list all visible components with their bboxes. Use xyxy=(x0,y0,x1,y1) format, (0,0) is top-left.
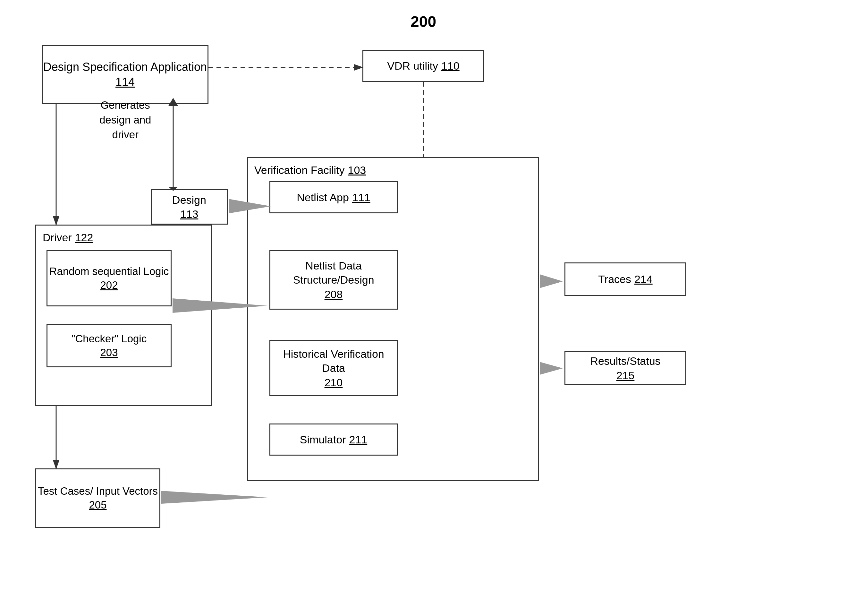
simulator-label: Simulator xyxy=(300,433,346,447)
driver-ref: 122 xyxy=(75,230,93,244)
traces-box: Traces 214 xyxy=(564,263,686,296)
test-cases-label: Test Cases/ Input Vectors xyxy=(38,485,158,498)
netlist-app-ref: 111 xyxy=(352,190,370,204)
results-status-box: Results/Status 215 xyxy=(564,351,686,385)
design-box: Design 113 xyxy=(151,189,228,225)
diagram: 200 Design Specification Application 114… xyxy=(0,0,847,616)
checker-logic-box: "Checker" Logic 203 xyxy=(47,324,171,367)
historical-to-results-big-arrow xyxy=(540,362,563,375)
historical-verification-box: Historical Verification Data 210 xyxy=(269,340,398,396)
vdr-utility-ref: 110 xyxy=(441,59,460,73)
driver-label: Driver xyxy=(43,230,72,244)
design-ref: 113 xyxy=(180,207,199,221)
diagram-title: 200 xyxy=(410,13,436,31)
checker-logic-label: "Checker" Logic xyxy=(72,332,146,346)
results-status-ref: 215 xyxy=(617,368,635,383)
netlist-data-box: Netlist Data Structure/Design 208 xyxy=(269,250,398,310)
netlist-to-traces-big-arrow xyxy=(540,274,563,288)
historical-verification-ref: 210 xyxy=(325,375,343,390)
traces-ref: 214 xyxy=(635,272,653,286)
results-status-label: Results/Status xyxy=(590,354,660,368)
traces-label: Traces xyxy=(598,272,631,286)
design-spec-label: Design Specification Application xyxy=(43,60,207,75)
netlist-data-label: Netlist Data Structure/Design xyxy=(270,259,397,287)
netlist-app-label: Netlist App xyxy=(297,190,349,204)
random-logic-box: Random sequential Logic 202 xyxy=(47,250,171,306)
test-cases-ref: 205 xyxy=(89,498,106,512)
test-cases-box: Test Cases/ Input Vectors 205 xyxy=(35,468,160,528)
vdr-utility-label: VDR utility xyxy=(387,59,438,73)
random-logic-ref: 202 xyxy=(100,278,118,292)
design-spec-box: Design Specification Application 114 xyxy=(42,45,208,104)
netlist-app-box: Netlist App 111 xyxy=(269,181,398,213)
simulator-box: Simulator 211 xyxy=(269,424,398,456)
simulator-ref: 211 xyxy=(349,433,367,447)
testcases-to-simulator-big-arrow xyxy=(161,491,268,504)
verification-facility-label: Verification Facility xyxy=(254,163,345,177)
netlist-data-ref: 208 xyxy=(325,287,343,301)
design-label: Design xyxy=(172,193,206,207)
checker-logic-ref: 203 xyxy=(100,346,118,360)
generates-label: Generatesdesign anddriver xyxy=(99,98,151,142)
random-logic-label: Random sequential Logic xyxy=(49,265,169,278)
verification-facility-ref: 103 xyxy=(348,163,366,177)
vdr-utility-box: VDR utility 110 xyxy=(362,50,484,82)
historical-verification-label: Historical Verification Data xyxy=(270,347,397,375)
design-spec-ref: 114 xyxy=(115,75,135,90)
